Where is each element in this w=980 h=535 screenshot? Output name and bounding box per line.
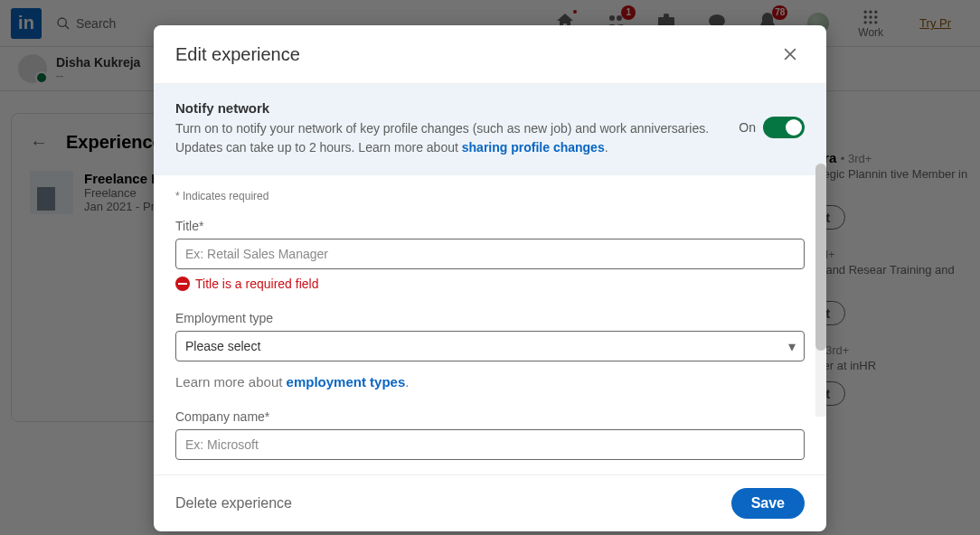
scrollbar-thumb[interactable] — [815, 164, 826, 351]
employment-learn-more: Learn more about employment types. — [175, 374, 805, 390]
modal-body: Notify network Turn on to notify your ne… — [154, 83, 826, 474]
notify-heading: Notify network — [175, 100, 721, 116]
form-area: * Indicates required Title* Title is a r… — [154, 175, 826, 474]
notify-network-box: Notify network Turn on to notify your ne… — [154, 84, 826, 175]
required-note: * Indicates required — [175, 190, 805, 202]
employment-select[interactable]: Please select — [175, 331, 805, 361]
sharing-changes-link[interactable]: sharing profile changes — [462, 140, 605, 155]
save-button[interactable]: Save — [731, 488, 805, 519]
company-name-group: Company name* — [175, 409, 805, 460]
employment-type-group: Employment type Please select ▾ Learn mo… — [175, 311, 805, 390]
title-label: Title* — [175, 219, 805, 233]
close-button[interactable] — [776, 40, 805, 69]
modal-overlay[interactable]: Edit experience Notify network Turn on t… — [0, 0, 980, 535]
notify-description: Turn on to notify your network of key pr… — [175, 119, 721, 157]
scrollbar-track[interactable] — [815, 164, 826, 417]
modal-footer: Delete experience Save — [154, 474, 826, 531]
delete-experience-button[interactable]: Delete experience — [175, 495, 292, 512]
error-icon — [175, 277, 190, 291]
title-error: Title is a required field — [175, 277, 805, 291]
employment-label: Employment type — [175, 311, 805, 325]
company-input[interactable] — [175, 429, 805, 460]
notify-toggle[interactable]: On — [739, 117, 805, 138]
modal-header: Edit experience — [154, 25, 826, 83]
toggle-label: On — [739, 120, 756, 135]
toggle-switch[interactable] — [763, 117, 805, 138]
edit-experience-modal: Edit experience Notify network Turn on t… — [154, 25, 826, 531]
title-field-group: Title* Title is a required field — [175, 219, 805, 291]
close-icon — [781, 45, 799, 63]
employment-types-link[interactable]: employment types — [287, 374, 406, 390]
company-label: Company name* — [175, 409, 805, 424]
title-input[interactable] — [175, 239, 805, 269]
modal-title: Edit experience — [175, 44, 300, 65]
